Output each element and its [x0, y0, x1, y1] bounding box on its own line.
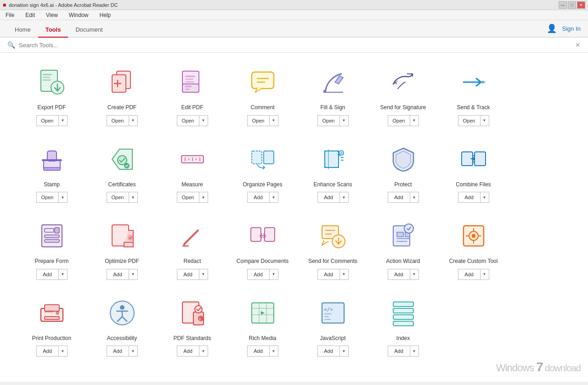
menu-help[interactable]: Help: [98, 11, 113, 19]
accessibility-btn-group: Add ▼: [107, 346, 138, 357]
create-custom-tool-icon: [455, 218, 492, 254]
redact-label: Redact: [183, 258, 201, 265]
redact-add-button[interactable]: Add: [177, 269, 199, 280]
export-pdf-open-button[interactable]: Open: [36, 115, 58, 126]
svg-point-65: [195, 306, 202, 313]
pdf-standards-dropdown-button[interactable]: ▼: [199, 346, 208, 357]
tool-index: Index Add ▼: [370, 295, 436, 357]
svg-rect-11: [182, 84, 199, 92]
menu-view[interactable]: View: [44, 11, 60, 19]
create-pdf-dropdown-button[interactable]: ▼: [129, 115, 138, 126]
index-add-button[interactable]: Add: [388, 346, 410, 357]
organize-pages-add-button[interactable]: Add: [247, 192, 269, 203]
tab-tools[interactable]: Tools: [38, 22, 68, 38]
create-custom-tool-add-button[interactable]: Add: [458, 269, 480, 280]
fill-sign-dropdown-button[interactable]: ▼: [339, 115, 349, 126]
tab-document[interactable]: Document: [68, 22, 110, 38]
rich-media-dropdown-button[interactable]: ▼: [269, 346, 278, 357]
search-clear-button[interactable]: ✕: [575, 41, 581, 49]
protect-icon: [385, 141, 422, 178]
nav-bar: Home Tools Document 👤 Sign In: [0, 20, 588, 38]
export-pdf-dropdown-button[interactable]: ▼: [58, 115, 68, 126]
edit-pdf-btn-group: Open ▼: [177, 115, 208, 126]
print-production-add-button[interactable]: Add: [36, 346, 58, 357]
rich-media-btn-group: Add ▼: [247, 346, 278, 357]
accessibility-add-button[interactable]: Add: [107, 346, 129, 357]
measure-open-button[interactable]: Open: [177, 192, 199, 203]
minimize-button[interactable]: —: [559, 1, 567, 9]
send-track-open-button[interactable]: Open: [458, 115, 480, 126]
tool-measure: Measure Open ▼: [159, 141, 226, 203]
combine-files-icon: [455, 141, 492, 178]
menu-file[interactable]: File: [4, 11, 16, 19]
combine-files-add-button[interactable]: Add: [458, 192, 480, 203]
javascript-add-button[interactable]: Add: [317, 346, 339, 357]
svg-rect-14: [252, 72, 274, 89]
stamp-open-button[interactable]: Open: [36, 192, 58, 203]
certificates-dropdown-button[interactable]: ▼: [129, 192, 138, 203]
send-comments-add-button[interactable]: Add: [317, 269, 339, 280]
organize-pages-dropdown-button[interactable]: ▼: [269, 192, 278, 203]
menu-edit[interactable]: Edit: [23, 11, 37, 19]
menu-window[interactable]: Window: [67, 11, 90, 19]
create-pdf-open-button[interactable]: Open: [107, 115, 129, 126]
tool-create-pdf: Create PDF Open ▼: [89, 64, 155, 126]
send-signature-open-button[interactable]: Open: [388, 115, 410, 126]
protect-add-button[interactable]: Add: [388, 192, 410, 203]
stamp-dropdown-button[interactable]: ▼: [58, 192, 68, 203]
maximize-button[interactable]: □: [568, 1, 576, 9]
action-wizard-dropdown-button[interactable]: ▼: [410, 269, 419, 280]
send-comments-btn-group: Add ▼: [317, 269, 349, 280]
comment-open-button[interactable]: Open: [247, 115, 269, 126]
redact-dropdown-button[interactable]: ▼: [199, 269, 208, 280]
enhance-scans-dropdown-button[interactable]: ▼: [339, 192, 349, 203]
create-custom-tool-dropdown-button[interactable]: ▼: [480, 269, 489, 280]
compare-documents-dropdown-button[interactable]: ▼: [269, 269, 278, 280]
rich-media-icon: [244, 295, 281, 331]
compare-documents-add-button[interactable]: Add: [247, 269, 269, 280]
combine-files-dropdown-button[interactable]: ▼: [480, 192, 489, 203]
enhance-scans-add-button[interactable]: Add: [317, 192, 339, 203]
combine-files-label: Combine Files: [456, 181, 491, 189]
sign-in-button[interactable]: Sign In: [562, 25, 581, 32]
print-production-dropdown-button[interactable]: ▼: [58, 346, 68, 357]
search-input[interactable]: [19, 42, 571, 49]
redact-icon: [174, 218, 211, 254]
measure-btn-group: Open ▼: [177, 192, 208, 203]
send-track-dropdown-button[interactable]: ▼: [480, 115, 489, 126]
tool-export-pdf: Export PDF Open ▼: [18, 64, 85, 126]
accessibility-dropdown-button[interactable]: ▼: [129, 346, 138, 357]
print-production-label: Print Production: [32, 335, 71, 342]
optimize-pdf-add-button[interactable]: Add: [107, 269, 129, 280]
fill-sign-open-button[interactable]: Open: [317, 115, 339, 126]
send-comments-dropdown-button[interactable]: ▼: [339, 269, 349, 280]
svg-point-18: [484, 81, 486, 83]
stamp-label: Stamp: [44, 181, 60, 189]
close-button[interactable]: ✕: [577, 1, 585, 9]
tab-home[interactable]: Home: [7, 22, 38, 38]
action-wizard-label: Action Wizard: [386, 258, 420, 265]
certificates-open-button[interactable]: Open: [107, 192, 129, 203]
svg-text:i: i: [199, 317, 200, 321]
comment-dropdown-button[interactable]: ▼: [269, 115, 278, 126]
optimize-pdf-dropdown-button[interactable]: ▼: [129, 269, 138, 280]
send-signature-dropdown-button[interactable]: ▼: [410, 115, 419, 126]
optimize-pdf-label: Optimize PDF: [105, 258, 139, 265]
send-comments-label: Send for Comments: [308, 258, 357, 265]
index-dropdown-button[interactable]: ▼: [410, 346, 419, 357]
javascript-dropdown-button[interactable]: ▼: [339, 346, 349, 357]
edit-pdf-dropdown-button[interactable]: ▼: [199, 115, 208, 126]
rich-media-add-button[interactable]: Add: [247, 346, 269, 357]
send-track-icon: [455, 64, 492, 100]
pdf-standards-add-button[interactable]: Add: [177, 346, 199, 357]
svg-rect-37: [475, 152, 486, 166]
measure-dropdown-button[interactable]: ▼: [199, 192, 208, 203]
prepare-form-dropdown-button[interactable]: ▼: [58, 269, 68, 280]
edit-pdf-label: Edit PDF: [181, 104, 203, 112]
action-wizard-add-button[interactable]: Add: [388, 269, 410, 280]
prepare-form-add-button[interactable]: Add: [36, 269, 58, 280]
protect-dropdown-button[interactable]: ▼: [410, 192, 419, 203]
svg-rect-48: [265, 228, 275, 241]
edit-pdf-open-button[interactable]: Open: [177, 115, 199, 126]
tool-comment: Comment Open ▼: [229, 64, 296, 126]
